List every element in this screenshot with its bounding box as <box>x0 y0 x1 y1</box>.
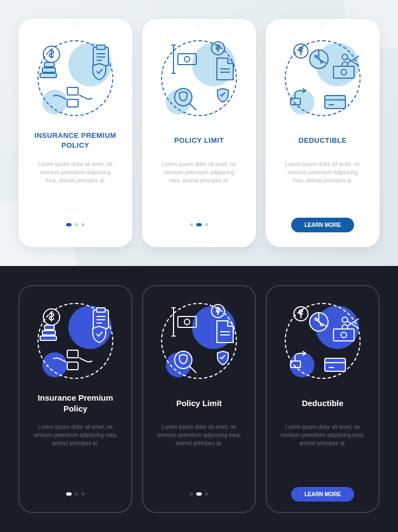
page-dot[interactable] <box>190 492 193 496</box>
svg-point-60 <box>315 318 317 320</box>
svg-rect-1 <box>40 73 56 78</box>
page-dot[interactable] <box>66 223 72 226</box>
page-dot[interactable] <box>196 223 202 226</box>
screen-title: Deductible <box>302 391 344 415</box>
svg-rect-3 <box>44 62 54 67</box>
onboarding-screen-2: Policy Limit Lorem ipsum dolor sit amet,… <box>142 285 256 513</box>
document-check-icon <box>214 56 235 82</box>
arrow-payment-icon <box>290 349 311 371</box>
hands-exchange-icon <box>51 348 94 372</box>
page-dot[interactable] <box>81 492 85 496</box>
shield-check-icon <box>91 325 107 344</box>
svg-line-20 <box>190 104 196 110</box>
measure-bar-icon <box>170 306 197 338</box>
learn-more-button[interactable]: LEARN MORE <box>291 218 354 232</box>
svg-rect-35 <box>291 98 300 105</box>
page-dot[interactable] <box>75 223 78 226</box>
coin-stack-icon <box>38 324 60 344</box>
svg-rect-38 <box>42 331 55 335</box>
hands-exchange-icon <box>51 85 94 109</box>
page-dot[interactable] <box>190 223 193 226</box>
svg-rect-41 <box>97 308 105 312</box>
svg-rect-9 <box>67 87 78 95</box>
pagination-dots <box>155 217 243 233</box>
limit-illustration <box>158 37 240 119</box>
premium-illustration <box>35 300 116 382</box>
coin-stack-icon <box>38 61 60 81</box>
dollar-coin-icon <box>210 41 226 56</box>
svg-point-15 <box>184 56 190 62</box>
light-theme-section: INSURANCE PREMIUM POLICY Lorem ipsum dol… <box>0 0 398 266</box>
dollar-coin-icon <box>210 303 226 319</box>
pagination-dots <box>31 217 119 233</box>
svg-rect-37 <box>40 336 56 340</box>
magnifier-shield-icon <box>172 86 200 113</box>
screen-title: Insurance Premium Policy <box>28 391 123 415</box>
svg-rect-50 <box>178 316 196 327</box>
limit-illustration <box>158 300 240 382</box>
page-dot[interactable] <box>205 492 208 496</box>
screen-description: Lorem ipsum dolor sit amet, ne omnium pe… <box>279 160 367 185</box>
credit-card-icon <box>323 357 347 373</box>
svg-rect-5 <box>97 45 105 49</box>
shield-check-icon <box>216 87 230 104</box>
dollar-coin-icon <box>293 43 309 59</box>
svg-point-24 <box>315 55 317 58</box>
svg-rect-39 <box>44 325 54 330</box>
dark-theme-section: Insurance Premium Policy Lorem ipsum dol… <box>0 266 398 532</box>
onboarding-screen-1: INSURANCE PREMIUM POLICY Lorem ipsum dol… <box>18 19 132 247</box>
svg-rect-71 <box>291 361 300 368</box>
svg-point-67 <box>341 332 346 338</box>
pagination-dots <box>28 486 123 502</box>
screen-title: Policy Limit <box>176 391 222 415</box>
svg-rect-14 <box>178 54 196 65</box>
svg-rect-2 <box>42 68 55 72</box>
page-dot[interactable] <box>196 492 202 496</box>
svg-rect-45 <box>67 350 78 358</box>
page-dot[interactable] <box>75 492 78 496</box>
page-dot[interactable] <box>205 223 208 226</box>
premium-illustration <box>35 37 116 119</box>
screen-title: INSURANCE PREMIUM POLICY <box>31 129 119 153</box>
onboarding-screen-3: Deductible Lorem ipsum dolor sit amet, n… <box>266 285 380 513</box>
svg-point-26 <box>342 54 348 60</box>
magnifier-shield-icon <box>172 349 200 376</box>
onboarding-screen-2: POLICY LIMIT Lorem ipsum dolor sit amet,… <box>142 19 256 247</box>
onboarding-screen-3: DEDUCTIBLE Lorem ipsum dolor sit amet, n… <box>266 19 380 247</box>
svg-rect-32 <box>325 96 345 109</box>
screen-description: Lorem ipsum dolor sit amet, ne omnium pe… <box>152 423 246 447</box>
dollar-coin-icon <box>42 308 61 326</box>
screen-description: Lorem ipsum dolor sit amet, ne omnium pe… <box>275 423 370 447</box>
pie-percent-icon <box>308 48 330 70</box>
screen-description: Lorem ipsum dolor sit amet, ne omnium pe… <box>31 160 119 185</box>
page-dot[interactable] <box>66 492 72 496</box>
credit-card-icon <box>323 94 347 110</box>
document-check-icon <box>214 319 235 345</box>
pagination-dots <box>152 486 246 502</box>
learn-more-button[interactable]: LEARN MORE <box>291 487 354 502</box>
svg-point-61 <box>320 324 323 326</box>
svg-point-62 <box>342 317 348 322</box>
svg-rect-46 <box>67 362 78 370</box>
screen-description: Lorem ipsum dolor sit amet, ne omnium pe… <box>28 423 123 447</box>
shield-check-icon <box>91 62 107 81</box>
shield-check-icon <box>216 350 230 366</box>
svg-point-31 <box>341 69 346 75</box>
screen-title: DEDUCTIBLE <box>299 129 347 153</box>
cash-bill-icon <box>332 327 356 344</box>
screen-title: POLICY LIMIT <box>174 129 224 153</box>
svg-rect-10 <box>67 99 78 107</box>
deductible-illustration <box>282 37 363 119</box>
page-dot[interactable] <box>81 223 85 226</box>
svg-rect-68 <box>325 358 345 371</box>
arrow-payment-icon <box>290 86 311 108</box>
dollar-coin-icon <box>293 306 309 322</box>
measure-bar-icon <box>170 43 197 75</box>
svg-line-56 <box>190 366 196 373</box>
screen-description: Lorem ipsum dolor sit amet, ne omnium pe… <box>155 160 243 185</box>
deductible-illustration <box>282 300 363 382</box>
svg-point-51 <box>184 319 190 325</box>
cash-bill-icon <box>332 65 356 81</box>
pie-percent-icon <box>308 311 330 333</box>
svg-point-25 <box>320 61 323 63</box>
